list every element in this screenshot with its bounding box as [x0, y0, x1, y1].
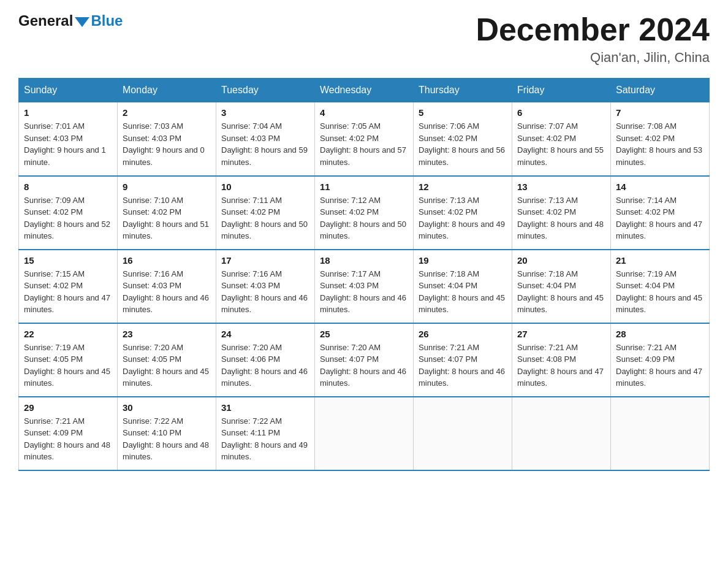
day-number: 6 — [517, 107, 605, 118]
day-info: Sunrise: 7:21 AM Sunset: 4:07 PM Dayligh… — [419, 342, 507, 389]
day-info: Sunrise: 7:13 AM Sunset: 4:02 PM Dayligh… — [419, 194, 507, 242]
day-number: 24 — [221, 329, 309, 339]
day-info: Sunrise: 7:22 AM Sunset: 4:11 PM Dayligh… — [221, 415, 309, 463]
day-info: Sunrise: 7:18 AM Sunset: 4:04 PM Dayligh… — [517, 268, 605, 316]
calendar-day-cell: 28 Sunrise: 7:21 AM Sunset: 4:09 PM Dayl… — [611, 323, 710, 397]
day-number: 31 — [221, 402, 309, 413]
day-number: 16 — [123, 255, 211, 266]
logo-arrow-icon — [75, 17, 89, 27]
calendar-day-cell: 1 Sunrise: 7:01 AM Sunset: 4:03 PM Dayli… — [19, 102, 118, 176]
calendar-week-row: 22 Sunrise: 7:19 AM Sunset: 4:05 PM Dayl… — [19, 323, 710, 397]
calendar-day-cell: 27 Sunrise: 7:21 AM Sunset: 4:08 PM Dayl… — [512, 323, 611, 397]
day-info: Sunrise: 7:21 AM Sunset: 4:09 PM Dayligh… — [24, 415, 112, 463]
calendar-day-cell: 8 Sunrise: 7:09 AM Sunset: 4:02 PM Dayli… — [19, 176, 118, 250]
header-saturday: Saturday — [611, 79, 710, 102]
header-sunday: Sunday — [19, 79, 118, 102]
calendar-day-cell: 26 Sunrise: 7:21 AM Sunset: 4:07 PM Dayl… — [414, 323, 512, 397]
header-monday: Monday — [118, 79, 216, 102]
day-number: 9 — [123, 182, 211, 192]
day-info: Sunrise: 7:12 AM Sunset: 4:02 PM Dayligh… — [320, 194, 408, 242]
day-info: Sunrise: 7:01 AM Sunset: 4:03 PM Dayligh… — [24, 120, 112, 168]
day-info: Sunrise: 7:09 AM Sunset: 4:02 PM Dayligh… — [24, 194, 112, 242]
calendar-day-cell: 16 Sunrise: 7:16 AM Sunset: 4:03 PM Dayl… — [118, 250, 216, 323]
day-number: 10 — [221, 182, 309, 192]
calendar-day-cell — [315, 397, 414, 470]
calendar-day-cell: 11 Sunrise: 7:12 AM Sunset: 4:02 PM Dayl… — [315, 176, 414, 250]
day-info: Sunrise: 7:08 AM Sunset: 4:02 PM Dayligh… — [616, 120, 704, 168]
day-number: 8 — [24, 182, 112, 192]
day-info: Sunrise: 7:05 AM Sunset: 4:02 PM Dayligh… — [320, 120, 408, 168]
logo: General Blue — [18, 12, 123, 29]
calendar-day-cell: 29 Sunrise: 7:21 AM Sunset: 4:09 PM Dayl… — [19, 397, 118, 470]
calendar-week-row: 1 Sunrise: 7:01 AM Sunset: 4:03 PM Dayli… — [19, 102, 710, 176]
calendar-day-cell: 15 Sunrise: 7:15 AM Sunset: 4:02 PM Dayl… — [19, 250, 118, 323]
day-number: 27 — [517, 329, 605, 339]
day-info: Sunrise: 7:19 AM Sunset: 4:05 PM Dayligh… — [24, 342, 112, 389]
calendar-header-row: SundayMondayTuesdayWednesdayThursdayFrid… — [19, 79, 710, 102]
day-info: Sunrise: 7:21 AM Sunset: 4:08 PM Dayligh… — [517, 342, 605, 389]
day-number: 17 — [221, 255, 309, 266]
day-number: 18 — [320, 255, 408, 266]
calendar-day-cell: 19 Sunrise: 7:18 AM Sunset: 4:04 PM Dayl… — [414, 250, 512, 323]
calendar-day-cell: 12 Sunrise: 7:13 AM Sunset: 4:02 PM Dayl… — [414, 176, 512, 250]
location-subtitle: Qian'an, Jilin, China — [476, 50, 710, 66]
calendar-day-cell: 3 Sunrise: 7:04 AM Sunset: 4:03 PM Dayli… — [216, 102, 315, 176]
header-tuesday: Tuesday — [216, 79, 315, 102]
day-info: Sunrise: 7:03 AM Sunset: 4:03 PM Dayligh… — [123, 120, 211, 168]
calendar-week-row: 29 Sunrise: 7:21 AM Sunset: 4:09 PM Dayl… — [19, 397, 710, 470]
day-number: 1 — [24, 107, 112, 118]
day-number: 4 — [320, 107, 408, 118]
day-number: 11 — [320, 182, 408, 192]
calendar-day-cell: 4 Sunrise: 7:05 AM Sunset: 4:02 PM Dayli… — [315, 102, 414, 176]
calendar-day-cell: 7 Sunrise: 7:08 AM Sunset: 4:02 PM Dayli… — [611, 102, 710, 176]
day-number: 28 — [616, 329, 704, 339]
day-info: Sunrise: 7:14 AM Sunset: 4:02 PM Dayligh… — [616, 194, 704, 242]
day-number: 2 — [123, 107, 211, 118]
calendar-day-cell — [414, 397, 512, 470]
header-friday: Friday — [512, 79, 611, 102]
header-thursday: Thursday — [414, 79, 512, 102]
calendar-day-cell: 17 Sunrise: 7:16 AM Sunset: 4:03 PM Dayl… — [216, 250, 315, 323]
day-number: 5 — [419, 107, 507, 118]
day-number: 14 — [616, 182, 704, 192]
calendar-day-cell: 31 Sunrise: 7:22 AM Sunset: 4:11 PM Dayl… — [216, 397, 315, 470]
day-info: Sunrise: 7:17 AM Sunset: 4:03 PM Dayligh… — [320, 268, 408, 316]
calendar-day-cell: 5 Sunrise: 7:06 AM Sunset: 4:02 PM Dayli… — [414, 102, 512, 176]
day-info: Sunrise: 7:04 AM Sunset: 4:03 PM Dayligh… — [221, 120, 309, 168]
calendar-week-row: 15 Sunrise: 7:15 AM Sunset: 4:02 PM Dayl… — [19, 250, 710, 323]
title-section: December 2024 Qian'an, Jilin, China — [476, 12, 710, 66]
calendar-day-cell: 30 Sunrise: 7:22 AM Sunset: 4:10 PM Dayl… — [118, 397, 216, 470]
calendar-table: SundayMondayTuesdayWednesdayThursdayFrid… — [18, 78, 710, 471]
calendar-day-cell: 23 Sunrise: 7:20 AM Sunset: 4:05 PM Dayl… — [118, 323, 216, 397]
day-number: 21 — [616, 255, 704, 266]
day-info: Sunrise: 7:20 AM Sunset: 4:05 PM Dayligh… — [123, 342, 211, 389]
day-number: 29 — [24, 402, 112, 413]
day-info: Sunrise: 7:07 AM Sunset: 4:02 PM Dayligh… — [517, 120, 605, 168]
calendar-day-cell: 2 Sunrise: 7:03 AM Sunset: 4:03 PM Dayli… — [118, 102, 216, 176]
day-number: 23 — [123, 329, 211, 339]
calendar-week-row: 8 Sunrise: 7:09 AM Sunset: 4:02 PM Dayli… — [19, 176, 710, 250]
day-info: Sunrise: 7:19 AM Sunset: 4:04 PM Dayligh… — [616, 268, 704, 316]
header-wednesday: Wednesday — [315, 79, 414, 102]
calendar-day-cell: 13 Sunrise: 7:13 AM Sunset: 4:02 PM Dayl… — [512, 176, 611, 250]
day-number: 26 — [419, 329, 507, 339]
calendar-day-cell: 20 Sunrise: 7:18 AM Sunset: 4:04 PM Dayl… — [512, 250, 611, 323]
day-number: 12 — [419, 182, 507, 192]
logo-general-text: General — [18, 12, 73, 29]
day-number: 19 — [419, 255, 507, 266]
day-number: 7 — [616, 107, 704, 118]
calendar-day-cell: 9 Sunrise: 7:10 AM Sunset: 4:02 PM Dayli… — [118, 176, 216, 250]
day-info: Sunrise: 7:20 AM Sunset: 4:06 PM Dayligh… — [221, 342, 309, 389]
day-number: 25 — [320, 329, 408, 339]
day-info: Sunrise: 7:18 AM Sunset: 4:04 PM Dayligh… — [419, 268, 507, 316]
day-info: Sunrise: 7:20 AM Sunset: 4:07 PM Dayligh… — [320, 342, 408, 389]
day-info: Sunrise: 7:22 AM Sunset: 4:10 PM Dayligh… — [123, 415, 211, 463]
calendar-day-cell: 18 Sunrise: 7:17 AM Sunset: 4:03 PM Dayl… — [315, 250, 414, 323]
month-title: December 2024 — [476, 12, 710, 47]
page-header: General Blue December 2024 Qian'an, Jili… — [18, 12, 710, 66]
day-info: Sunrise: 7:13 AM Sunset: 4:02 PM Dayligh… — [517, 194, 605, 242]
calendar-day-cell — [611, 397, 710, 470]
day-info: Sunrise: 7:16 AM Sunset: 4:03 PM Dayligh… — [123, 268, 211, 316]
day-number: 22 — [24, 329, 112, 339]
calendar-day-cell: 14 Sunrise: 7:14 AM Sunset: 4:02 PM Dayl… — [611, 176, 710, 250]
